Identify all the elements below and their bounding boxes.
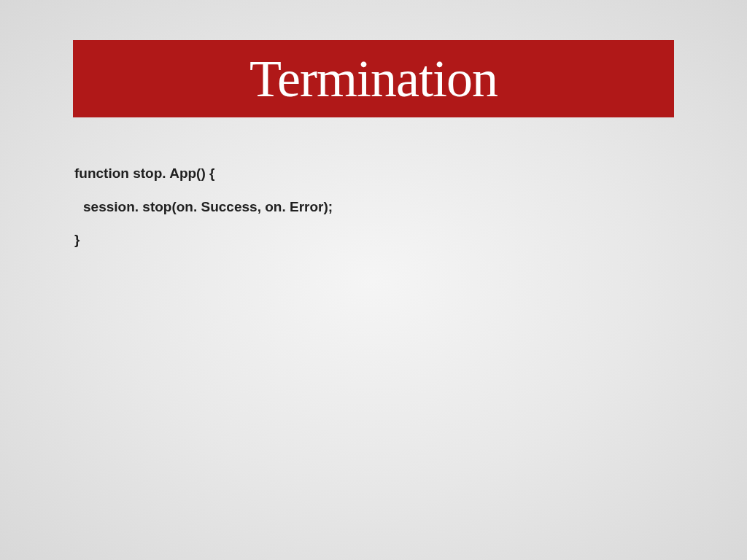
code-line-3: } (74, 223, 674, 257)
code-line-2: session. stop(on. Success, on. Error); (74, 190, 674, 224)
code-line-1: function stop. App() { (74, 157, 674, 190)
title-banner: Termination (73, 40, 674, 117)
code-block: function stop. App() { session. stop(on.… (74, 157, 674, 257)
slide-title: Termination (249, 49, 498, 109)
